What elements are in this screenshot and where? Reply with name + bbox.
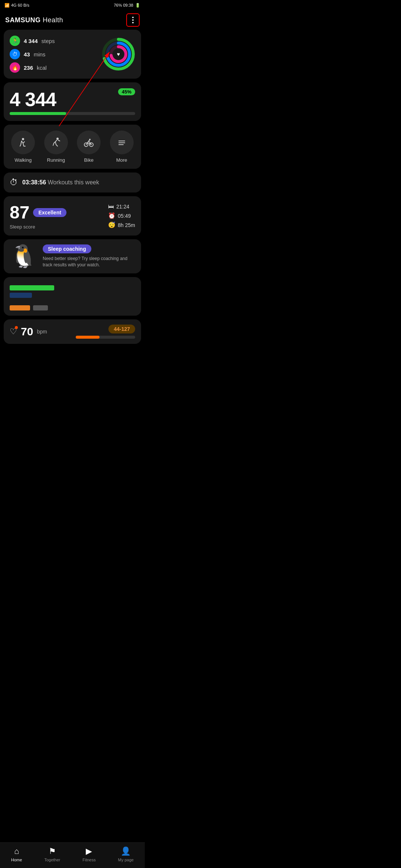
workout-icon: ⏱ [10, 178, 18, 187]
ring-svg: ♥ [102, 37, 135, 71]
duration-row: 😴 8h 25m [108, 221, 135, 228]
more-icon-circle [110, 131, 134, 154]
app-title: SAMSUNG Health [5, 16, 63, 24]
workout-label-text: Workouts this week [48, 179, 99, 185]
activity-walking[interactable]: Walking [11, 131, 35, 163]
workout-info: 03:38:56 Workouts this week [22, 179, 99, 186]
kcal-value: 236 [24, 65, 33, 71]
menu-button[interactable] [126, 13, 140, 27]
activity-ring: ♥ [102, 37, 135, 71]
hr-range-container: 44-127 [76, 325, 135, 339]
mins-icon: ⏱ [10, 49, 20, 59]
chart-bar-blue [10, 293, 32, 298]
brand-name: SAMSUNG [5, 16, 41, 24]
hr-unit: bpm [37, 329, 47, 335]
steps-progress-bar [10, 112, 135, 115]
steps-icon: 🏃 [10, 36, 20, 46]
svg-point-8 [56, 138, 59, 140]
bed-icon: 🛏 [108, 203, 114, 210]
app-header: SAMSUNG Health [0, 10, 145, 30]
activity-stats: 🏃 4 344 steps ⏱ 43 mins 🔥 236 kcal [10, 36, 55, 73]
status-left-text: 4G 60 B/s [11, 3, 29, 7]
kcal-unit: kcal [37, 65, 47, 71]
running-icon [50, 137, 62, 148]
chart-row-1 [10, 285, 135, 290]
mins-row: ⏱ 43 mins [10, 49, 55, 59]
bike-icon-circle [77, 131, 101, 154]
bike-label: Bike [84, 157, 94, 163]
alarm-icon: ⏰ [108, 212, 115, 219]
kcal-row: 🔥 236 kcal [10, 62, 55, 73]
mins-unit: mins [34, 51, 46, 57]
menu-dot [132, 17, 134, 18]
activities-grid: Walking Running [7, 131, 138, 163]
walking-icon [17, 137, 29, 148]
more-icon [116, 137, 128, 148]
walking-icon-circle [11, 131, 35, 154]
bedtime-row: 🛏 21:24 [108, 203, 135, 210]
svg-text:♥: ♥ [117, 51, 120, 57]
sleep-coaching-card[interactable]: 🐧 Sleep coaching Need better sleep? Try … [4, 239, 141, 273]
walking-label: Walking [14, 157, 32, 163]
sleep-details: 🛏 21:24 ⏰ 05:49 😴 8h 25m [108, 203, 135, 228]
signal-icon: 📶 [4, 3, 10, 8]
kcal-icon: 🔥 [10, 62, 20, 73]
battery-icon: 🔋 [135, 3, 140, 8]
coaching-content: Sleep coaching Need better sleep? Try sl… [43, 244, 135, 268]
chart-bar-green [10, 285, 54, 290]
hr-progress-fill [76, 336, 100, 339]
mins-value: 43 [24, 51, 30, 57]
chart-card[interactable] [4, 277, 141, 316]
penguin-icon: 🐧 [10, 245, 38, 267]
running-label: Running [47, 157, 65, 163]
steps-value: 4 344 [24, 38, 38, 44]
status-bar: 📶 4G 60 B/s 76% 09:38 🔋 [0, 0, 145, 10]
hr-progress-bar [76, 336, 135, 339]
wakeup-row: ⏰ 05:49 [108, 212, 135, 219]
duration-icon: 😴 [108, 221, 115, 228]
activities-card[interactable]: Walking Running [4, 125, 141, 169]
hr-value: 70 [21, 325, 33, 338]
svg-point-7 [22, 138, 24, 140]
chart-row-2 [10, 293, 135, 298]
steps-big-value: 4 344 [10, 88, 56, 111]
workout-card[interactable]: ⏱ 03:38:56 Workouts this week [4, 172, 141, 193]
activity-running[interactable]: Running [44, 131, 68, 163]
heart-rate-card[interactable]: ♡ 70 bpm 44-127 [4, 319, 141, 344]
app-name: Health [43, 16, 63, 24]
coaching-description: Need better sleep? Try sleep coaching an… [43, 256, 135, 268]
coaching-badge: Sleep coaching [43, 244, 91, 253]
steps-count-card[interactable]: 4 344 45% [4, 82, 141, 121]
sleep-badge: Excellent [33, 208, 66, 217]
status-right-text: 76% 09:38 [114, 3, 133, 7]
heart-icon: ♡ [10, 327, 17, 336]
activity-summary-card[interactable]: 🏃 4 344 steps ⏱ 43 mins 🔥 236 kcal [4, 30, 141, 79]
sleep-score: 87 [10, 202, 29, 223]
svg-point-11 [89, 139, 91, 140]
sleep-card[interactable]: 87 Excellent Sleep score 🛏 21:24 ⏰ 05:49… [4, 196, 141, 236]
hr-dot [15, 326, 18, 329]
bike-icon [83, 137, 95, 148]
workout-time: 03:38:56 [22, 179, 46, 185]
steps-row: 🏃 4 344 steps [10, 36, 55, 46]
hr-left: ♡ 70 bpm [10, 325, 47, 338]
status-left: 📶 4G 60 B/s [4, 3, 29, 8]
steps-percent-badge: 45% [118, 88, 135, 95]
chart-bar-orange [10, 305, 30, 310]
duration-value: 8h 25m [118, 222, 135, 228]
steps-header: 4 344 45% [10, 88, 135, 111]
status-right: 76% 09:38 🔋 [114, 3, 140, 8]
wakeup-value: 05:49 [118, 213, 131, 219]
running-icon-circle [44, 131, 68, 154]
menu-dot [132, 22, 134, 23]
steps-unit: steps [42, 38, 55, 44]
chart-row-3 [10, 305, 135, 310]
chart-bars [10, 285, 135, 310]
hr-range-badge: 44-127 [108, 325, 135, 333]
more-label: More [116, 157, 127, 163]
bedtime-value: 21:24 [116, 204, 129, 210]
chart-bar-gray [33, 305, 48, 310]
activity-more[interactable]: More [110, 131, 134, 163]
activity-bike[interactable]: Bike [77, 131, 101, 163]
steps-progress-fill [10, 112, 66, 115]
